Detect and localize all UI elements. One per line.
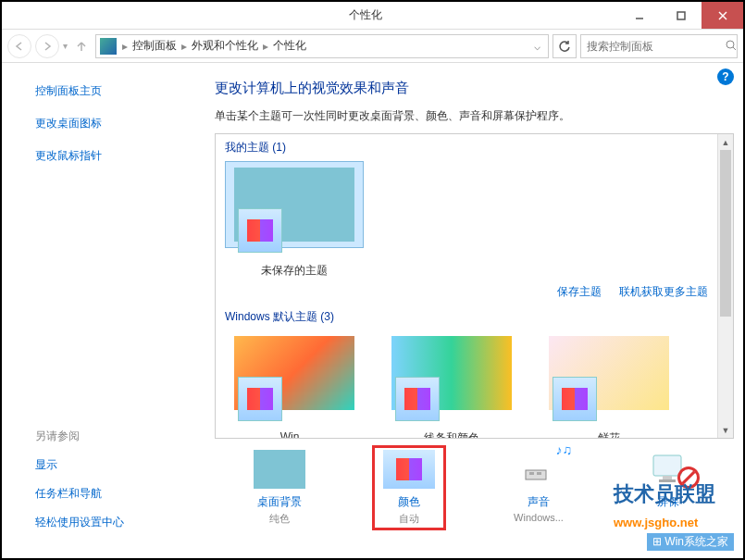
forward-button[interactable] (35, 34, 59, 58)
breadcrumb-separator: ▸ (263, 40, 268, 53)
theme-label: 未保存的主题 (225, 263, 364, 279)
scroll-down-icon[interactable]: ▼ (718, 422, 733, 438)
svg-rect-8 (537, 472, 541, 475)
page-subtitle: 单击某个主题可一次性同时更改桌面背景、颜色、声音和屏幕保护程序。 (215, 108, 734, 124)
svg-rect-11 (659, 479, 676, 482)
screensaver-setting[interactable]: 屏保 ... (631, 450, 705, 530)
breadcrumb-separator: ▸ (122, 40, 128, 53)
color-fan-icon (383, 450, 435, 489)
breadcrumb-separator: ▸ (181, 40, 187, 53)
search-icon (726, 38, 737, 55)
setting-label: 颜色 (377, 494, 441, 510)
color-fan-icon (238, 208, 282, 253)
theme-preview (234, 336, 354, 410)
sidebar-title[interactable]: 控制面板主页 (35, 83, 178, 99)
sounds-setting[interactable]: ♪♫ 声音 Windows... (502, 450, 576, 530)
sidebar: 控制面板主页 更改桌面图标 更改鼠标指针 另请参阅 显示 任务栏和导航 轻松使用… (2, 63, 196, 558)
default-themes-label: Windows 默认主题 (3) (225, 309, 708, 325)
setting-value: Windows... (502, 512, 576, 523)
setting-label: 声音 (502, 494, 576, 510)
setting-label: 桌面背景 (242, 494, 317, 510)
setting-value: 纯色 (242, 512, 317, 526)
close-button[interactable] (702, 2, 743, 29)
scroll-up-icon[interactable]: ▲ (718, 134, 733, 150)
theme-label: 线条和颜色 (382, 430, 521, 438)
themes-panel: 我的主题 (1) 未保存的主题 保存主题 联机获取更多主题 (215, 133, 734, 439)
personalization-icon (100, 38, 117, 55)
svg-line-5 (733, 47, 736, 50)
window-title: 个性化 (2, 7, 618, 23)
search-box[interactable] (580, 34, 738, 58)
screensaver-icon (642, 450, 694, 489)
window-controls (618, 2, 743, 29)
theme-label: 鲜花 (540, 430, 678, 438)
sidebar-sublink-ease-of-access[interactable]: 轻松使用设置中心 (35, 515, 178, 530)
refresh-button[interactable] (553, 34, 577, 58)
breadcrumb-segment[interactable]: 控制面板 (130, 38, 180, 54)
desktop-background-icon (254, 450, 305, 489)
theme-label: Win... (225, 430, 364, 438)
settings-row: 桌面背景 纯色 颜色 自动 ♪♫ 声音 Windows... (215, 450, 734, 530)
theme-preview (391, 336, 512, 410)
theme-item-unsaved[interactable]: 未保存的主题 (225, 161, 364, 279)
theme-item-flowers[interactable]: 鲜花 (540, 330, 678, 438)
svg-rect-1 (677, 12, 685, 19)
svg-rect-10 (663, 476, 672, 479)
speaker-icon: ♪♫ (513, 450, 565, 489)
sidebar-see-also: 另请参阅 (35, 429, 178, 444)
save-theme-link[interactable]: 保存主题 (557, 285, 602, 298)
addressbar: ▾ ▸ 控制面板 ▸ 外观和个性化 ▸ 个性化 ⌵ (2, 30, 743, 63)
scrollbar[interactable]: ▲ ▼ (717, 134, 733, 438)
sidebar-link-desktop-icons[interactable]: 更改桌面图标 (35, 116, 178, 131)
color-fan-icon (553, 377, 597, 421)
svg-rect-9 (653, 455, 681, 476)
svg-point-4 (726, 41, 734, 48)
breadcrumb-dropdown-icon[interactable]: ⌵ (530, 40, 544, 53)
theme-preview (234, 168, 354, 242)
up-button[interactable] (71, 36, 92, 56)
titlebar: 个性化 (2, 2, 743, 30)
history-dropdown-icon[interactable]: ▾ (63, 41, 68, 51)
theme-item-windows[interactable]: Win... (225, 330, 364, 438)
breadcrumb[interactable]: ▸ 控制面板 ▸ 外观和个性化 ▸ 个性化 ⌵ (95, 34, 549, 58)
svg-rect-6 (526, 470, 546, 479)
themes-list: 我的主题 (1) 未保存的主题 保存主题 联机获取更多主题 (216, 134, 717, 438)
color-setting[interactable]: 颜色 自动 (372, 445, 446, 530)
page-heading: 更改计算机上的视觉效果和声音 (215, 80, 734, 97)
color-fan-icon (395, 377, 440, 421)
theme-preview (549, 336, 669, 410)
search-input[interactable] (587, 40, 726, 53)
setting-label: 屏保 (631, 494, 705, 510)
sidebar-link-mouse-pointers[interactable]: 更改鼠标指针 (35, 148, 178, 164)
svg-rect-7 (529, 472, 534, 475)
desktop-background-setting[interactable]: 桌面背景 纯色 (242, 450, 317, 530)
back-button[interactable] (7, 34, 31, 58)
breadcrumb-segment[interactable]: 外观和个性化 (189, 38, 261, 54)
color-fan-icon (238, 377, 282, 421)
maximize-button[interactable] (660, 2, 702, 29)
get-more-themes-link[interactable]: 联机获取更多主题 (619, 285, 708, 298)
breadcrumb-segment[interactable]: 个性化 (270, 38, 309, 54)
content-area: ? 控制面板主页 更改桌面图标 更改鼠标指针 另请参阅 显示 任务栏和导航 轻松… (2, 63, 743, 558)
scroll-thumb[interactable] (720, 150, 731, 317)
disabled-icon (677, 467, 700, 489)
sidebar-sublink-display[interactable]: 显示 (35, 457, 178, 473)
theme-actions: 保存主题 联机获取更多主题 (225, 284, 708, 300)
my-themes-label: 我的主题 (1) (225, 140, 708, 156)
setting-value: ... (631, 512, 705, 523)
theme-item-lines[interactable]: 线条和颜色 (382, 330, 521, 438)
main-panel: 更改计算机上的视觉效果和声音 单击某个主题可一次性同时更改桌面背景、颜色、声音和… (196, 63, 743, 558)
sidebar-sublink-taskbar[interactable]: 任务栏和导航 (35, 486, 178, 502)
setting-value: 自动 (377, 512, 441, 526)
minimize-button[interactable] (618, 2, 660, 29)
